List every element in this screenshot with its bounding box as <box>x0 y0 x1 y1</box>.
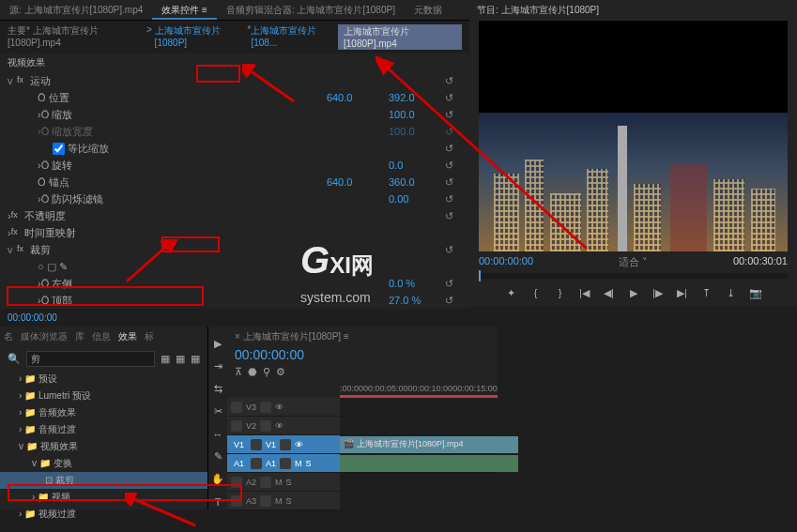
stopwatch-icon[interactable]: Ö <box>41 295 50 306</box>
svg-line-0 <box>247 68 294 101</box>
tab-library[interactable]: 库 <box>75 330 84 343</box>
ellipse-mask-icon[interactable]: ○ <box>38 261 44 272</box>
track-lock-icon[interactable] <box>231 402 242 413</box>
tab-markers[interactable]: 标 <box>145 330 154 343</box>
ripple-tool[interactable]: ⇆ <box>208 381 227 396</box>
type-tool[interactable]: T <box>208 494 227 509</box>
razor-tool[interactable]: ✂ <box>208 403 227 418</box>
timeline-panel: × 上海城市宣传片[1080P] ≡ 00:00:00:00 ⊼ ⬣ ⚲ ⚙ :… <box>227 327 498 509</box>
go-to-in-button[interactable]: |◀ <box>576 284 593 301</box>
stopwatch-icon[interactable]: Ö <box>41 278 50 289</box>
track-toggle-icon[interactable] <box>260 402 271 413</box>
reset-icon[interactable]: ↺ <box>445 278 458 290</box>
marker-icon[interactable]: ⬣ <box>248 366 257 378</box>
effects-browser: 名 媒体浏览器 库 信息 效果 标 🔍 ▦ ▦ ▦ › 📁 预设 › 📁 Lum… <box>0 327 208 509</box>
stopwatch-icon[interactable]: Ö <box>38 92 46 103</box>
audio-clip[interactable] <box>340 455 518 472</box>
play-button[interactable]: ▶ <box>625 284 642 301</box>
mini-timeline-clip[interactable]: 上海城市宣传片[1080P].mp4 <box>344 26 409 49</box>
reset-icon[interactable]: ↺ <box>445 295 458 307</box>
stopwatch-icon[interactable]: Ö <box>38 176 46 188</box>
watermark: GXI网 system.com <box>300 239 374 308</box>
tab-audio-mixer[interactable]: 音频剪辑混合器: 上海城市宣传片[1080P] <box>217 0 405 20</box>
program-duration: 00:00:30:01 <box>733 255 788 269</box>
tree-presets[interactable]: › 📁 预设 <box>0 371 207 388</box>
anchor-x[interactable]: 640.0 <box>327 176 383 188</box>
stopwatch-icon[interactable]: Ö <box>41 109 50 120</box>
search-icon: 🔍 <box>8 353 21 365</box>
filter-icon[interactable]: ▦ <box>191 353 200 365</box>
effects-search-input[interactable] <box>26 351 155 367</box>
tab-info[interactable]: 信息 <box>92 330 111 343</box>
zoom-select[interactable]: 适合 ˅ <box>619 255 648 269</box>
program-timecode[interactable]: 00:00:00:00 <box>479 255 533 269</box>
tree-lumetri[interactable]: › 📁 Lumetri 预设 <box>0 388 207 404</box>
pen-mask-icon[interactable]: ✎ <box>59 261 68 273</box>
mark-out-button[interactable]: } <box>552 284 569 301</box>
tree-transform[interactable]: v 📁 变换 <box>0 455 207 472</box>
program-scrubber[interactable] <box>479 273 788 279</box>
fx-badge-icon[interactable]: fx <box>17 75 30 86</box>
tab-metadata[interactable]: 元数据 <box>405 0 452 20</box>
track-select-tool[interactable]: ⇥ <box>208 358 227 373</box>
link-icon[interactable]: ⚲ <box>263 366 270 378</box>
snap-icon[interactable]: ⊼ <box>235 366 242 378</box>
rect-mask-icon[interactable]: ▢ <box>47 261 56 273</box>
add-marker-button[interactable]: ✦ <box>503 284 520 301</box>
tree-crop-effect[interactable]: ⊡ 裁剪 <box>0 472 207 489</box>
go-to-out-button[interactable]: ▶| <box>674 284 691 301</box>
chevron-down-icon[interactable]: v <box>8 244 17 255</box>
step-forward-button[interactable]: |▶ <box>650 284 667 301</box>
tab-source[interactable]: 源: 上海城市宣传片[1080P].mp4 <box>0 0 152 20</box>
crop-top[interactable]: 27.0 % <box>389 295 445 306</box>
hand-tool[interactable]: ✋ <box>208 472 227 487</box>
slip-tool[interactable]: ↔ <box>208 427 227 442</box>
chevron-down-icon[interactable]: v <box>8 75 17 86</box>
lift-button[interactable]: ⤒ <box>698 284 715 301</box>
panel-timecode: 00:00:00:00 <box>0 309 469 327</box>
mark-in-button[interactable]: { <box>528 284 544 301</box>
tab-media-browser[interactable]: 媒体浏览器 <box>21 330 68 343</box>
crop-left[interactable]: 0.0 % <box>389 278 445 289</box>
video-clip[interactable]: 🎬 上海城市宣传片[1080P].mp4 <box>340 436 518 453</box>
stopwatch-icon[interactable]: Ö <box>41 193 50 205</box>
tree-audio-fx[interactable]: › 📁 音频效果 <box>0 404 207 421</box>
pen-tool[interactable]: ✎ <box>208 449 227 464</box>
effect-panel-tabs: 源: 上海城市宣传片[1080P].mp4 效果控件 ≡ 音频剪辑混合器: 上海… <box>0 0 469 21</box>
breadcrumb: 主要* 上海城市宣传片[1080P].mp4 > 上海城市宣传片[1080P] … <box>0 21 469 53</box>
position-x[interactable]: 640.0 <box>327 92 383 103</box>
uniform-scale-checkbox[interactable] <box>53 143 65 155</box>
svg-line-3 <box>385 66 587 249</box>
stopwatch-icon[interactable]: Ö <box>41 160 50 171</box>
program-title: 节目: 上海城市宣传片[1080P] <box>469 0 797 21</box>
settings-icon[interactable]: ⚙ <box>276 366 285 378</box>
export-frame-button[interactable]: 📷 <box>747 284 764 301</box>
tab-effect-controls[interactable]: 效果控件 ≡ <box>152 0 217 20</box>
extract-button[interactable]: ⤓ <box>723 284 740 301</box>
filter-icon[interactable]: ▦ <box>176 353 185 365</box>
tree-video-fx[interactable]: v 📁 视频效果 <box>0 438 207 455</box>
tab-name[interactable]: 名 <box>4 330 13 343</box>
tree-audio-trans[interactable]: › 📁 音频过渡 <box>0 421 207 438</box>
timeline-tools: ▶ ⇥ ⇆ ✂ ↔ ✎ ✋ T <box>208 327 227 509</box>
selection-tool[interactable]: ▶ <box>208 336 227 351</box>
svg-line-2 <box>130 497 195 525</box>
svg-line-1 <box>127 244 169 281</box>
tab-effects[interactable]: 效果 <box>118 330 137 343</box>
step-back-button[interactable]: ◀| <box>601 284 618 301</box>
filter-icon[interactable]: ▦ <box>161 353 170 365</box>
timeline-timecode[interactable]: 00:00:00:00 <box>227 347 498 362</box>
